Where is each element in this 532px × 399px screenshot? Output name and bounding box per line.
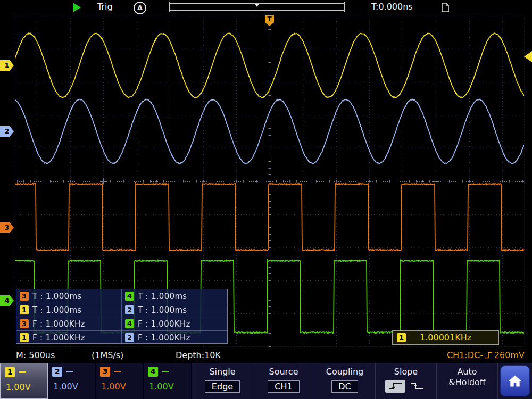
menu-item-auto-holdoff[interactable]: Auto &Holdoff	[436, 363, 497, 399]
channel-2-badge: 2	[125, 305, 134, 314]
menu-item-value[interactable]: Edge	[205, 380, 240, 393]
measurement-cell: 2 F : 1.000KHz	[122, 331, 227, 344]
trigger-status-label: Trig	[97, 2, 113, 12]
trigger-settings-readout: CH1:DC- 260mV	[447, 350, 525, 360]
measurement-value: T : 1.000ms	[138, 292, 187, 301]
menu-item-title: Coupling	[314, 367, 375, 377]
menu-item-title: Slope	[376, 367, 436, 377]
menu-item-value[interactable]: DC	[331, 380, 358, 393]
channel-1-badge: 1	[20, 333, 29, 342]
timebase-readout: M: 500us	[16, 350, 55, 360]
channel-4-header: 4	[148, 367, 191, 377]
memory-depth-readout: Depth:10K	[176, 350, 221, 360]
menu-item-slope[interactable]: Slope	[375, 363, 436, 399]
position-bar-left-cap	[169, 2, 170, 12]
coupling-dash-icon	[162, 371, 169, 372]
measurement-value: F : 1.000KHz	[32, 333, 85, 343]
channel-2-badge: 2	[125, 333, 134, 342]
menu-item-source[interactable]: Source CH1	[253, 363, 314, 399]
menu-item-value[interactable]: CH1	[268, 380, 299, 393]
menu-item-single[interactable]: Single Edge	[192, 363, 253, 399]
document-icon[interactable]	[440, 2, 450, 13]
frequency-counter: 1 1.00001KHz	[392, 330, 499, 345]
channel-3-badge: 3	[100, 367, 110, 377]
sample-rate-readout: (1MS/s)	[92, 350, 123, 360]
channel-3-badge: 3	[20, 319, 29, 328]
trigger-source-coupling: CH1:DC-	[447, 350, 483, 360]
slope-options	[376, 380, 436, 393]
channel-4-badge: 4	[125, 319, 134, 328]
run-indicator-icon[interactable]	[73, 3, 81, 12]
channel-1-menu-box[interactable]: 1 1.00V	[0, 363, 48, 399]
measurement-row: 3 T : 1.000ms 4 T : 1.000ms	[16, 289, 227, 303]
home-button-area	[497, 363, 532, 399]
measurement-cell: 4 F : 1.000KHz	[122, 317, 227, 330]
bottom-menu: 1 1.00V 2 1.00V 3 1.00V 4 1.00V	[0, 363, 532, 399]
measurement-row: 1 T : 1.000ms 2 T : 1.000ms	[16, 303, 227, 317]
channel-2-menu-box[interactable]: 2 1.00V	[48, 363, 96, 399]
channel-3-badge: 3	[20, 292, 29, 301]
position-marker-icon[interactable]	[255, 4, 259, 7]
channel-2-badge: 2	[52, 367, 62, 377]
measurement-panel: 3 T : 1.000ms 4 T : 1.000ms 1 T : 1.000m…	[16, 289, 228, 344]
measurement-cell: 3 F : 1.000KHz	[16, 317, 122, 330]
trigger-slope-icon	[485, 351, 493, 359]
measurement-value: F : 1.000KHz	[138, 319, 190, 329]
channel-1-scale: 1.00V	[6, 382, 47, 392]
frequency-counter-value: 1.00001KHz	[420, 332, 471, 343]
slope-rising-icon[interactable]	[385, 380, 405, 393]
channel-2-scale: 1.00V	[53, 381, 95, 392]
channel-4-menu-box[interactable]: 4 1.00V	[144, 363, 192, 399]
channel-1-badge: 1	[397, 333, 406, 342]
trigger-level-readout: 260mV	[494, 350, 525, 360]
trigger-offset-readout: T:0.000ns	[371, 2, 413, 12]
channel-4-scale: 1.00V	[149, 381, 191, 392]
position-bar-right-cap	[344, 2, 345, 12]
measurement-cell: 1 F : 1.000KHz	[16, 331, 122, 344]
measurement-value: F : 1.000KHz	[138, 333, 190, 343]
home-icon	[508, 374, 522, 388]
coupling-dash-icon	[66, 371, 73, 372]
channel-4-badge: 4	[148, 367, 158, 377]
status-bar: M: 500us (1MS/s) Depth:10K CH1:DC- 260mV	[0, 348, 532, 363]
measurement-row: 1 F : 1.000KHz 2 F : 1.000KHz	[16, 331, 227, 344]
menu-item-subtitle: &Holdoff	[437, 377, 497, 387]
measurement-cell: 3 T : 1.000ms	[16, 289, 122, 303]
channel-1-header: 1	[5, 367, 47, 377]
coupling-dash-icon	[19, 371, 26, 373]
coupling-dash-icon	[114, 371, 121, 372]
menu-item-title: Auto	[437, 367, 497, 377]
menu-item-title: Single	[192, 367, 253, 377]
slope-falling-icon[interactable]	[407, 380, 427, 393]
menu-item-title: Source	[253, 367, 314, 377]
oscilloscope-screen: Trig A T:0.000ns 1 2 3 4 T 3 T : 1.000ms…	[0, 0, 532, 399]
channel-4-badge: 4	[125, 292, 134, 301]
home-button[interactable]	[500, 365, 530, 396]
measurement-value: T : 1.000ms	[32, 305, 81, 315]
measurement-cell: 4 T : 1.000ms	[122, 289, 227, 303]
channel-3-header: 3	[100, 367, 143, 377]
memory-position-bar[interactable]	[169, 3, 345, 11]
measurement-value: T : 1.000ms	[32, 292, 81, 301]
top-bar: Trig A T:0.000ns	[0, 0, 532, 15]
measurement-cell: 2 T : 1.000ms	[122, 303, 227, 317]
channel-2-header: 2	[52, 367, 95, 377]
channel-3-scale: 1.00V	[101, 381, 143, 392]
channel-1-badge: 1	[20, 305, 29, 314]
measurement-row: 3 F : 1.000KHz 4 F : 1.000KHz	[16, 317, 227, 331]
menu-item-coupling[interactable]: Coupling DC	[314, 363, 375, 399]
measurement-value: T : 1.000ms	[138, 305, 187, 315]
auto-trigger-icon: A	[134, 2, 146, 14]
measurement-value: F : 1.000KHz	[32, 319, 85, 329]
channel-1-badge: 1	[5, 367, 15, 377]
measurement-cell: 1 T : 1.000ms	[16, 303, 122, 317]
channel-3-menu-box[interactable]: 3 1.00V	[96, 363, 144, 399]
